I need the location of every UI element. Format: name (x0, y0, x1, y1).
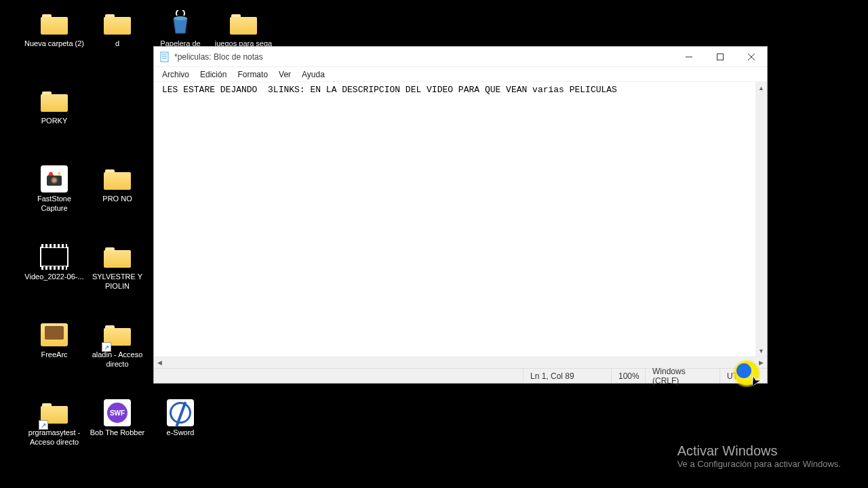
status-bar: Ln 1, Col 89 100% Windows (CRLF) UTF-8 (154, 368, 767, 383)
desktop-icon-folder[interactable]: PRO NO (87, 165, 148, 204)
desktop-icon-faststone[interactable]: FastStone Capture (24, 165, 85, 214)
desktop-icon-label: FastStone Capture (24, 195, 85, 214)
desktop-icon-folder[interactable]: SYLVESTRE Y PIOLIN (87, 243, 148, 291)
desktop-icon-freearc[interactable]: FreeArc (24, 321, 85, 360)
desktop-icon-folder[interactable]: PORKY (24, 87, 85, 126)
desktop-icon-label: Video_2022-06-... (24, 272, 83, 282)
desktop-icon-label: prgramasytest - Acceso directo (24, 428, 85, 447)
desktop-icon-folder[interactable]: juegos para sega (213, 9, 274, 49)
scroll-up-icon[interactable]: ▲ (755, 82, 767, 94)
menu-archivo[interactable]: Archivo (157, 68, 195, 81)
desktop-icon-folder[interactable]: ↗aladin - Acceso directo (87, 321, 148, 369)
minimize-button[interactable] (673, 47, 705, 66)
text-area[interactable]: LES ESTARE DEJANDO 3LINKS: EN LA DESCRIP… (154, 82, 767, 357)
desktop-icon-label: Bob The Robber (90, 428, 145, 438)
scroll-down-icon[interactable]: ▼ (755, 345, 767, 357)
menu-ver[interactable]: Ver (273, 68, 296, 81)
text-content: LES ESTARE DEJANDO 3LINKS: EN LA DESCRIP… (162, 85, 755, 95)
status-position: Ln 1, Col 89 (523, 369, 611, 383)
desktop-icon-label: PORKY (41, 117, 68, 126)
desktop-icon-label: PRO NO (102, 195, 132, 204)
watermark-subtitle: Ve a Configuración para activar Windows. (677, 459, 841, 469)
close-button[interactable] (736, 47, 767, 66)
svg-point-3 (52, 178, 56, 182)
notepad-window: *peliculas: Bloc de notas ArchivoEdición… (153, 46, 768, 384)
desktop-icon-swf[interactable]: SWFBob The Robber (87, 399, 148, 438)
desktop-icon-video[interactable]: Video_2022-06-... (24, 243, 85, 282)
status-encoding: UTF-8 (719, 369, 767, 383)
watermark-title: Activar Windows (677, 443, 841, 459)
title-bar[interactable]: *peliculas: Bloc de notas (154, 47, 767, 67)
desktop-icon-label: e-Sword (167, 428, 195, 438)
desktop-icon-folder[interactable]: Nueva carpeta (2) (24, 9, 85, 49)
maximize-button[interactable] (705, 47, 736, 66)
desktop-icon-label: SYLVESTRE Y PIOLIN (87, 272, 148, 291)
vertical-scrollbar[interactable]: ▲ ▼ (755, 82, 767, 357)
svg-point-4 (58, 172, 60, 175)
window-title: *peliculas: Bloc de notas (174, 52, 673, 62)
menu-bar: ArchivoEdiciónFormatoVerAyuda (154, 67, 767, 82)
desktop-icon-folder[interactable]: ↗prgramasytest - Acceso directo (24, 399, 85, 447)
desktop-icon-folder[interactable]: d (87, 9, 148, 49)
desktop-icon-label: d (115, 39, 119, 49)
menu-edición[interactable]: Edición (195, 68, 232, 81)
status-line-ending: Windows (CRLF) (645, 369, 719, 383)
svg-point-0 (174, 16, 187, 20)
status-zoom: 100% (611, 369, 645, 383)
desktop-icon-label: Nueva carpeta (2) (24, 39, 84, 49)
windows-activation-watermark: Activar Windows Ve a Configuración para … (677, 443, 841, 469)
desktop-icon-label: FreeArc (41, 350, 67, 360)
menu-formato[interactable]: Formato (232, 68, 273, 81)
scroll-right-icon[interactable]: ▶ (755, 357, 767, 368)
desktop-icon-recycle[interactable]: Papelera de (150, 9, 211, 49)
menu-ayuda[interactable]: Ayuda (296, 68, 330, 81)
svg-rect-10 (717, 54, 724, 60)
desktop-icon-label: aladin - Acceso directo (87, 350, 148, 369)
desktop-icon-esword[interactable]: e-Sword (150, 399, 211, 438)
notepad-icon (159, 52, 170, 62)
svg-rect-5 (161, 52, 168, 62)
scroll-left-icon[interactable]: ◀ (154, 357, 165, 368)
